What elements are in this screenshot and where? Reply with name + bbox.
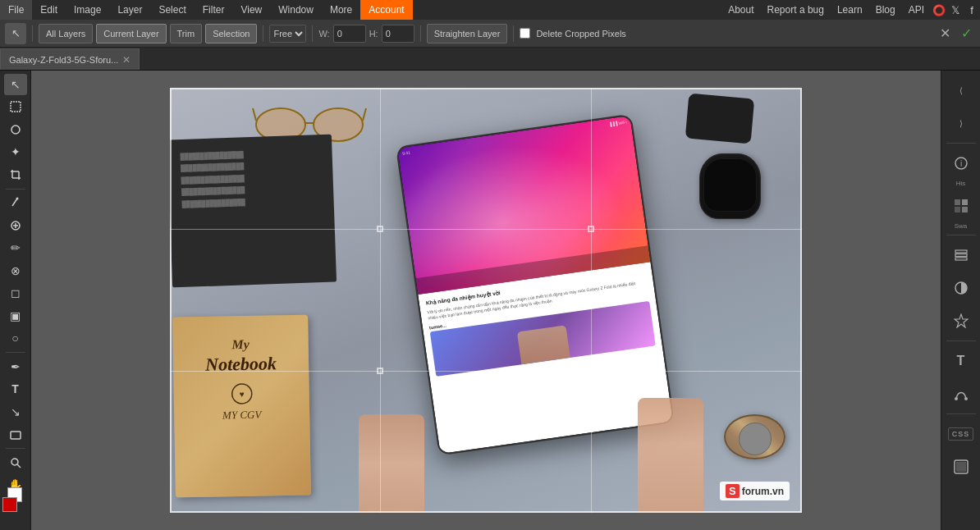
svg-rect-35 — [956, 462, 966, 472]
svg-rect-29 — [955, 250, 967, 253]
svg-point-32 — [955, 397, 958, 400]
type-btn[interactable]: T — [946, 346, 976, 376]
earbuds-case-object — [699, 153, 773, 235]
adjustments-btn[interactable] — [946, 273, 976, 303]
image-panel-btn[interactable] — [946, 452, 976, 482]
image-content: ████████████████████████████████████████… — [170, 88, 802, 513]
canvas-area[interactable]: ████████████████████████████████████████… — [31, 71, 941, 530]
layers-btn[interactable] — [946, 240, 976, 270]
svg-rect-24 — [962, 199, 968, 205]
move-tool-btn[interactable]: ↖ — [4, 74, 27, 95]
sforum-s-badge: S — [726, 484, 740, 498]
color-swatches — [2, 497, 29, 527]
right-sep-3 — [946, 340, 976, 341]
shape-btn[interactable] — [4, 424, 27, 445]
svg-text:i: i — [959, 159, 961, 168]
active-tool-icon: ↖ — [5, 23, 26, 44]
gradient-btn[interactable]: ▣ — [4, 305, 27, 327]
tape-roll-object — [724, 414, 790, 464]
document-tab[interactable]: Galaxy-Z-Fold3-5G-Sforu... ✕ — [0, 48, 140, 70]
pen-btn[interactable]: ✒ — [4, 356, 27, 377]
sep3 — [312, 25, 313, 42]
path-section — [941, 379, 980, 409]
css-section: CSS — [941, 419, 980, 449]
h-input[interactable] — [382, 25, 414, 43]
notebook-object: My Notebook ♥ MY CGV — [172, 315, 311, 498]
w-input[interactable] — [333, 25, 366, 43]
wand-btn[interactable]: ✦ — [4, 142, 27, 163]
tab-name: Galaxy-Z-Fold3-5G-Sforu... — [9, 55, 118, 65]
effects-btn[interactable] — [946, 306, 976, 336]
canvas-image: ████████████████████████████████████████… — [170, 88, 802, 513]
fg-color-swatch[interactable] — [2, 497, 17, 512]
menu-layer[interactable]: Layer — [109, 0, 150, 20]
tool-sep-3 — [6, 448, 25, 449]
current-layer-btn[interactable]: Current Layer — [96, 24, 166, 43]
heal-btn[interactable] — [4, 215, 27, 236]
menu-edit[interactable]: Edit — [32, 0, 66, 20]
eyedropper-btn[interactable] — [4, 192, 27, 213]
facebook-icon[interactable]: f — [964, 0, 980, 20]
lasso-btn[interactable] — [4, 119, 27, 140]
eraser-btn[interactable]: ◻ — [4, 283, 27, 304]
trim-btn[interactable]: Trim — [170, 24, 203, 43]
cancel-crop-btn[interactable]: ✕ — [936, 25, 954, 43]
menu-filter[interactable]: Filter — [195, 0, 233, 20]
svg-line-18 — [363, 108, 366, 121]
menu-learn[interactable]: Learn — [831, 0, 869, 20]
hands-right — [638, 398, 703, 513]
svg-line-13 — [17, 464, 21, 468]
svg-rect-0 — [11, 102, 21, 112]
selection-btn[interactable]: Selection — [205, 24, 257, 43]
svg-point-33 — [964, 397, 968, 400]
layers-section — [941, 240, 980, 270]
expand-right-btn[interactable]: ⟩ — [946, 108, 976, 138]
sep1 — [32, 25, 33, 42]
css-btn[interactable]: CSS — [946, 419, 976, 449]
text-btn[interactable]: T — [4, 379, 27, 400]
sforum-watermark: S forum.vn — [720, 482, 790, 500]
reddit-icon[interactable]: ⭕ — [931, 0, 947, 20]
svg-line-6 — [12, 199, 17, 206]
menu-account[interactable]: Account — [360, 0, 412, 20]
menu-more[interactable]: More — [322, 0, 360, 20]
menu-report-bug[interactable]: Report a bug — [761, 0, 831, 20]
menu-file[interactable]: File — [0, 0, 32, 20]
zoom-btn[interactable] — [4, 452, 27, 473]
brush-btn[interactable]: ✏ — [4, 238, 27, 259]
menu-window[interactable]: Window — [270, 0, 322, 20]
svg-rect-11 — [11, 432, 21, 439]
menu-api[interactable]: API — [902, 0, 931, 20]
path-select-btn[interactable]: ↘ — [4, 401, 27, 423]
mode-select[interactable]: Free — [269, 25, 306, 43]
image-section — [941, 452, 980, 482]
tool-sep-2 — [6, 352, 25, 353]
path-btn[interactable] — [946, 379, 976, 409]
delete-cropped-checkbox[interactable] — [520, 28, 530, 39]
twitter-icon[interactable]: 𝕏 — [947, 0, 964, 20]
workspace: ↖ ✦ ✏ ⊗ ◻ ▣ ○ ✒ T ↘ — [0, 71, 980, 530]
swatches-label: Swa — [955, 222, 968, 231]
all-layers-btn[interactable]: All Layers — [39, 24, 93, 43]
confirm-crop-btn[interactable]: ✓ — [957, 25, 975, 43]
effects-section — [941, 306, 980, 336]
menu-blog[interactable]: Blog — [869, 0, 902, 20]
swatches-btn[interactable] — [946, 191, 976, 221]
sep2 — [263, 25, 263, 42]
tab-close-btn[interactable]: ✕ — [122, 54, 131, 66]
menu-image[interactable]: Image — [66, 0, 109, 20]
svg-line-17 — [253, 108, 256, 121]
straighten-btn[interactable]: Straighten Layer — [427, 24, 508, 43]
h-label: H: — [369, 29, 378, 39]
info-btn[interactable]: i — [946, 148, 976, 178]
galaxy-phone: 9:41 ▐▐▐ WiFi Khả năng đa nhiệm huyệt vờ… — [396, 114, 675, 456]
menu-select[interactable]: Select — [150, 0, 194, 20]
menu-view[interactable]: View — [232, 0, 270, 20]
clone-btn[interactable]: ⊗ — [4, 260, 27, 281]
select-rect-btn[interactable] — [4, 97, 27, 118]
crop-btn[interactable] — [4, 164, 27, 185]
menu-about[interactable]: About — [721, 0, 760, 20]
expand-left-btn[interactable]: ⟨ — [946, 75, 976, 105]
svg-text:♥: ♥ — [239, 390, 244, 399]
dodge-btn[interactable]: ○ — [4, 328, 27, 350]
